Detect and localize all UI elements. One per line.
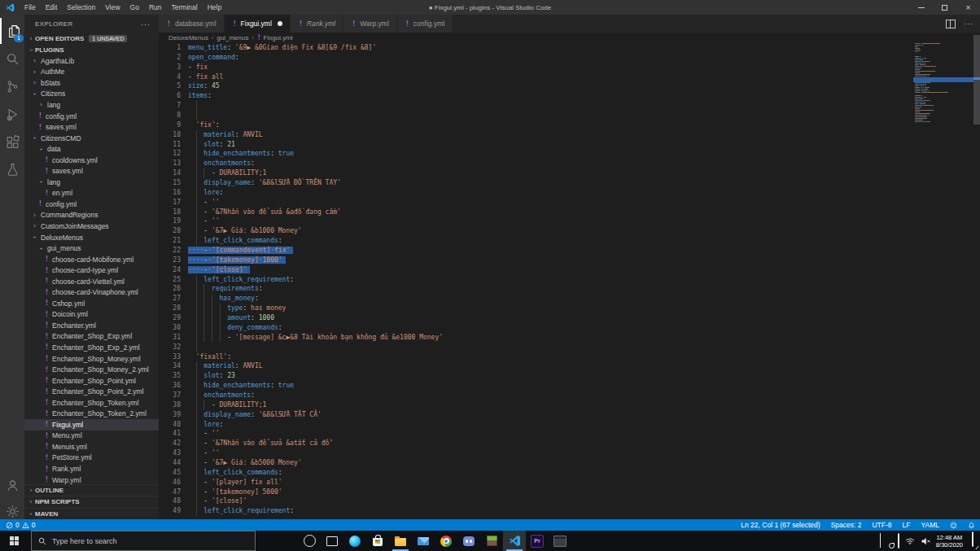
tree-folder-bStats[interactable]: ›bStats — [24, 77, 159, 89]
tree-file-Menuis.yml[interactable]: !Menuis.yml — [24, 441, 159, 453]
workspace-root[interactable]: › PLUGINS — [24, 45, 159, 55]
breadcrumb-item[interactable]: gui_menus — [217, 34, 248, 42]
tree-folder-lang[interactable]: ›lang — [24, 99, 159, 111]
tree-file-choose-card-Viettel.yml[interactable]: !choose-card-Viettel.yml — [24, 276, 159, 287]
code-line[interactable]: 48 - '[close]' — [159, 496, 980, 506]
tree-file-saves.yml[interactable]: !saves.yml — [24, 121, 159, 133]
taskbar-search-input[interactable]: Type here to search — [31, 531, 256, 551]
task-view-icon[interactable] — [321, 531, 343, 551]
code-line[interactable]: 36 hide_enchantments: true — [159, 381, 980, 391]
code-line[interactable]: 27 has_money: — [159, 294, 980, 304]
code-line[interactable]: 2open_command: — [159, 53, 980, 63]
tree-file-Enchanter_Shop_Point.yml[interactable]: !Enchanter_Shop_Point.yml — [24, 375, 159, 387]
code-line[interactable]: 31 - '[message] &c▶&8 Tài khoản bạn khôn… — [159, 333, 980, 343]
code-line[interactable]: 15 display_name: '&8&lSỬA ĐỒ TRÊN TAY' — [159, 178, 980, 188]
tree-file-Enchanter_Shop_Token.yml[interactable]: !Enchanter_Shop_Token.yml — [24, 397, 159, 409]
code-line[interactable]: 37 enchantments: — [159, 391, 980, 400]
code-line[interactable]: 49 left_click_requirement: — [159, 506, 980, 516]
tree-file-Enchanter_Shop_Token_2.yml[interactable]: !Enchanter_Shop_Token_2.yml — [24, 409, 159, 420]
explorer-icon[interactable]: 1 — [0, 18, 26, 44]
tree-file-config.yml[interactable]: !config.yml — [24, 111, 159, 122]
tab-Fixgui.yml[interactable]: !Fixgui.yml — [225, 15, 291, 33]
minimize-button[interactable] — [909, 0, 933, 15]
code-line[interactable]: 32 — [159, 343, 980, 352]
open-editors-section[interactable]: › OPEN EDITORS 1 UNSAVED — [24, 33, 159, 45]
code-line[interactable]: 3- fix — [159, 63, 980, 72]
menu-run[interactable]: Run — [144, 0, 167, 15]
code-line[interactable]: 20 - '&7▶ Giá: &b1000 Money' — [159, 226, 980, 236]
code-line[interactable]: 1menu_title: '&9▶ &0Giao diện Fix &8[&9 … — [159, 43, 980, 53]
code-line[interactable]: 39 display_name: '&8&lSỬA TẤT CẢ' — [159, 410, 980, 420]
code-line[interactable]: 45 left_click_commands: — [159, 468, 980, 478]
run-debug-icon[interactable] — [0, 101, 24, 127]
tree-file-Rank.yml[interactable]: !Rank.yml — [24, 463, 159, 474]
tree-folder-CitizensCMD[interactable]: ›CitizensCMD — [24, 133, 159, 144]
code-line[interactable]: 35 slot: 23 — [159, 371, 980, 381]
tree-file-choose-card-Mobifone.yml[interactable]: !choose-card-Mobifone.yml — [24, 254, 159, 265]
code-line[interactable]: 11 slot: 21 — [159, 140, 980, 150]
source-control-icon[interactable] — [0, 73, 24, 99]
tree-file-Enchanter.yml[interactable]: !Enchanter.yml — [24, 320, 159, 331]
code-line[interactable]: 22····-·'[commandevent]·fix' — [159, 246, 980, 256]
status-ln[interactable]: Ln 22, Col 1 (67 selected) — [741, 521, 820, 529]
code-line[interactable]: 30 deny_commands: — [159, 323, 980, 333]
taskbar-clock[interactable]: 12:48 AM8/30/2020 — [936, 534, 963, 549]
menu-file[interactable]: File — [20, 0, 41, 15]
sidebar-more-actions[interactable]: ··· — [141, 15, 151, 34]
tree-file-Enchanter_Shop_Money_2.yml[interactable]: !Enchanter_Shop_Money_2.yml — [24, 364, 159, 375]
tree-file-Enchanter_Shop_Money.yml[interactable]: !Enchanter_Shop_Money.yml — [24, 353, 159, 365]
code-line[interactable]: 47 - '[takemoney] 5000' — [159, 488, 980, 497]
code-line[interactable]: 7 — [159, 101, 980, 111]
code-line[interactable]: 14 - DURABILITY;1 — [159, 168, 980, 178]
code-line[interactable]: 26 requirements: — [159, 284, 980, 294]
code-line[interactable]: 40 lore: — [159, 420, 980, 430]
code-line[interactable]: 13 enchantments: — [159, 159, 980, 168]
tab-config.yml[interactable]: !config.yml — [397, 15, 453, 33]
menu-help[interactable]: Help — [203, 0, 226, 15]
mail-icon[interactable] — [412, 531, 435, 551]
code-line[interactable]: 19 - '' — [159, 216, 980, 226]
tree-folder-DeluxeMenus[interactable]: ›DeluxeMenus — [24, 232, 159, 243]
menu-terminal[interactable]: Terminal — [167, 0, 203, 15]
tree-file-cooldowns.yml[interactable]: !cooldowns.yml — [24, 155, 159, 166]
tree-folder-AgarthaLib[interactable]: ›AgarthaLib — [24, 55, 159, 67]
section-npm-scripts[interactable]: ›NPM SCRIPTS — [24, 496, 159, 508]
code-line[interactable]: 28 type: has money — [159, 304, 980, 313]
tree-folder-CustomJoinMessages[interactable]: ›CustomJoinMessages — [24, 221, 159, 232]
action-center-icon[interactable] — [972, 532, 973, 547]
breadcrumb-item-file[interactable]: Fixgui.yml — [264, 34, 293, 42]
wifi-icon[interactable] — [905, 537, 915, 545]
tab-Rank.yml[interactable]: !Rank.yml — [291, 15, 343, 33]
problems-status[interactable]: 00 — [0, 521, 35, 529]
tree-folder-Citizens[interactable]: ›Citizens — [24, 89, 159, 100]
tree-file-saves.yml[interactable]: !saves.yml — [24, 165, 159, 177]
code-line[interactable]: 18 - '&7Nhấn vào để sửa &ađồ đang cầm' — [159, 208, 980, 217]
code-line[interactable]: 8 — [159, 111, 980, 120]
file-explorer-icon[interactable] — [389, 531, 412, 551]
tree-file-Enchanter_Shop_Exp_2.yml[interactable]: !Enchanter_Shop_Exp_2.yml — [24, 342, 159, 353]
tree-file-choose-card-Vinaphone.yml[interactable]: !choose-card-Vinaphone.yml — [24, 286, 159, 298]
bell-icon[interactable] — [968, 522, 975, 529]
tree-file-Fixgui.yml[interactable]: !Fixgui.yml — [24, 419, 159, 431]
code-line[interactable]: 33 'fixall': — [159, 352, 980, 362]
error-count[interactable]: 0 — [6, 521, 20, 529]
tree-folder-lang[interactable]: ›lang — [24, 177, 159, 188]
hardware-icon[interactable] — [898, 534, 899, 549]
tray-expand-icon[interactable] — [880, 534, 881, 549]
minecraft-icon[interactable] — [480, 531, 503, 551]
tree-file-choose-card-type.yml[interactable]: !choose-card-type.yml — [24, 265, 159, 276]
tree-file-Menu.yml[interactable]: !Menu.yml — [24, 431, 159, 442]
discord-icon[interactable] — [457, 531, 480, 551]
code-line[interactable]: 6items: — [159, 91, 980, 101]
tree-file-config.yml[interactable]: !config.yml — [24, 199, 159, 210]
code-line[interactable]: 23····-·'[takemoney]·1000' — [159, 256, 980, 265]
split-editor-icon[interactable] — [946, 20, 956, 28]
tree-folder-gui_menus[interactable]: ›gui_menus — [24, 243, 159, 254]
store-icon[interactable] — [366, 531, 389, 551]
status-utf8[interactable]: UTF-8 — [872, 521, 891, 529]
code-line[interactable]: 24····-·'[close]' — [159, 265, 980, 275]
vscode-icon[interactable] — [503, 531, 526, 551]
account-icon[interactable] — [0, 472, 24, 498]
tree-file-Enchanter_Shop_Exp.yml[interactable]: !Enchanter_Shop_Exp.yml — [24, 331, 159, 343]
code-line[interactable]: 12 hide_enchantments: true — [159, 149, 980, 159]
